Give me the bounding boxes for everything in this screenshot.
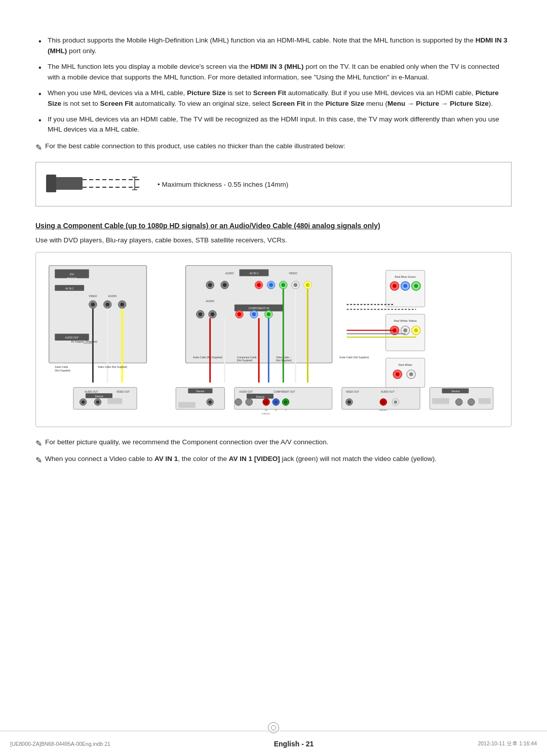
svg-text:(Not Supplied): (Not Supplied) bbox=[237, 360, 253, 362]
bullet-item-2: The MHL function lets you display a mobi… bbox=[35, 62, 512, 83]
bullet-item-4: If you use MHL devices via an HDMI cable… bbox=[35, 114, 512, 136]
connection-diagram: DVI AUDIO IN AV IN 2 VIDEO AUDIO bbox=[35, 252, 512, 427]
svg-point-46 bbox=[199, 313, 203, 317]
svg-point-60 bbox=[403, 284, 407, 288]
svg-rect-149 bbox=[432, 398, 449, 404]
svg-text:VIDEO: VIDEO bbox=[89, 295, 97, 298]
svg-point-151 bbox=[468, 399, 475, 405]
svg-point-37 bbox=[281, 283, 285, 287]
svg-text:AV IN 1: AV IN 1 bbox=[250, 272, 259, 275]
cable-thickness-box: • Maximum thickness - 0.55 inches (14mm) bbox=[35, 162, 512, 206]
svg-point-58 bbox=[393, 284, 397, 288]
svg-point-68 bbox=[403, 328, 407, 332]
svg-text:DVI: DVI bbox=[70, 273, 74, 276]
svg-point-62 bbox=[414, 284, 418, 288]
svg-text:Red  White: Red White bbox=[399, 364, 412, 367]
svg-text:Device: Device bbox=[196, 390, 204, 393]
svg-rect-152 bbox=[479, 398, 491, 404]
note-icon-2: ✎ bbox=[35, 454, 42, 467]
svg-text:Y: Y bbox=[285, 409, 287, 411]
svg-text:VIDEO: VIDEO bbox=[289, 272, 297, 275]
bottom-note-2: ✎ When you connect a Video cable to AV I… bbox=[35, 454, 512, 467]
svg-point-31 bbox=[223, 283, 227, 287]
svg-point-111 bbox=[96, 401, 100, 404]
svg-point-29 bbox=[208, 283, 212, 287]
svg-point-41 bbox=[306, 283, 310, 287]
svg-text:AUDIO: AUDIO bbox=[225, 272, 234, 275]
svg-text:AUDIO OUT: AUDIO OUT bbox=[381, 391, 395, 394]
svg-text:VIDEO OUT: VIDEO OUT bbox=[346, 391, 359, 394]
svg-text:Red  White  Yellow: Red White Yellow bbox=[394, 320, 417, 323]
svg-text:COMPONENT IN: COMPONENT IN bbox=[249, 307, 269, 310]
mhl-bullet-list: This product supports the Mobile High-De… bbox=[35, 35, 512, 135]
svg-text:Pr: Pr bbox=[275, 409, 278, 411]
svg-point-54 bbox=[267, 313, 271, 317]
svg-text:Audio Cable (Not Supplied): Audio Cable (Not Supplied) bbox=[193, 356, 223, 359]
svg-text:AV IN 2: AV IN 2 bbox=[65, 287, 74, 290]
svg-rect-116 bbox=[178, 402, 196, 408]
svg-text:Video Cable (Not Supplied): Video Cable (Not Supplied) bbox=[98, 366, 127, 368]
svg-point-16 bbox=[91, 303, 95, 307]
svg-text:VIDEO OUT: VIDEO OUT bbox=[116, 391, 130, 394]
svg-text:Component Cable: Component Cable bbox=[237, 356, 257, 359]
page-number: English - 21 bbox=[162, 740, 425, 748]
svg-point-35 bbox=[269, 283, 273, 287]
svg-text:COMPONENT OUT: COMPONENT OUT bbox=[274, 391, 295, 394]
svg-point-18 bbox=[105, 303, 109, 307]
svg-text:Audio Cable: Audio Cable bbox=[55, 366, 68, 368]
bullet-item-1: This product supports the Mobile High-De… bbox=[35, 35, 512, 57]
section-heading: Using a Component Cable (up to 1080p HD … bbox=[35, 221, 512, 231]
svg-point-124 bbox=[235, 399, 242, 405]
svg-text:Audio Cable (Not Supplied): Audio Cable (Not Supplied) bbox=[339, 356, 369, 359]
svg-point-76 bbox=[409, 372, 413, 376]
svg-point-109 bbox=[82, 401, 85, 404]
svg-point-142 bbox=[381, 401, 385, 404]
svg-text:(Not Supplied): (Not Supplied) bbox=[55, 369, 70, 372]
svg-text:R-AUDIO-L: R-AUDIO-L bbox=[379, 409, 387, 411]
svg-point-39 bbox=[294, 283, 298, 287]
note-icon: ✎ bbox=[35, 142, 42, 154]
svg-text:(Not Supplied): (Not Supplied) bbox=[276, 360, 292, 362]
svg-point-33 bbox=[257, 283, 261, 287]
svg-text:AUDIO OUT: AUDIO OUT bbox=[85, 391, 98, 394]
cable-note: ✎ For the best cable connection to this … bbox=[35, 141, 512, 154]
svg-rect-7 bbox=[49, 266, 147, 363]
svg-point-127 bbox=[264, 401, 268, 404]
cable-spec-text: • Maximum thickness - 0.55 inches (14mm) bbox=[158, 181, 288, 188]
svg-point-50 bbox=[238, 313, 242, 317]
svg-text:Device: Device bbox=[95, 395, 103, 398]
svg-text:Red  Blue  Green: Red Blue Green bbox=[395, 275, 416, 278]
svg-point-140 bbox=[347, 401, 351, 404]
svg-text:AUDIO: AUDIO bbox=[206, 300, 214, 303]
svg-text:Pb: Pb bbox=[265, 409, 268, 411]
svg-point-144 bbox=[394, 401, 398, 404]
svg-text:AV Adapter (Supplied): AV Adapter (Supplied) bbox=[71, 340, 97, 343]
svg-rect-1 bbox=[46, 175, 56, 192]
svg-point-52 bbox=[252, 313, 256, 317]
svg-point-20 bbox=[120, 303, 124, 307]
svg-text:AUDIO OUT: AUDIO OUT bbox=[65, 337, 79, 340]
bottom-note-1: ✎ For better picture quality, we recomme… bbox=[35, 437, 512, 450]
svg-text:R-AUDIO-L: R-AUDIO-L bbox=[262, 413, 270, 415]
cable-illustration bbox=[46, 170, 147, 199]
svg-point-70 bbox=[414, 328, 418, 332]
page-footer: [UE8000-ZA]BN68-04495A-00Eng.indb 21 Eng… bbox=[0, 731, 547, 756]
svg-text:Device: Device bbox=[451, 390, 459, 393]
svg-point-48 bbox=[211, 313, 215, 317]
svg-text:Video Cable ←: Video Cable ← bbox=[276, 356, 292, 359]
svg-text:Device: Device bbox=[256, 395, 264, 398]
svg-rect-112 bbox=[107, 398, 122, 404]
note-icon-1: ✎ bbox=[35, 438, 42, 450]
svg-point-150 bbox=[456, 399, 462, 405]
svg-point-131 bbox=[284, 401, 288, 404]
svg-point-74 bbox=[396, 372, 400, 376]
footer-timestamp: 2012-10-11 오후 1:16:44 bbox=[425, 740, 537, 747]
svg-text:AUDIO IN: AUDIO IN bbox=[67, 277, 76, 279]
svg-rect-71 bbox=[386, 358, 425, 388]
svg-point-129 bbox=[274, 401, 278, 404]
svg-point-118 bbox=[208, 401, 212, 404]
bullet-item-3: When you use MHL devices via a MHL cable… bbox=[35, 88, 512, 109]
use-with-text: Use with DVD players, Blu-ray players, c… bbox=[35, 236, 512, 244]
svg-text:AUDIO: AUDIO bbox=[108, 295, 117, 298]
footer-file-info: [UE8000-ZA]BN68-04495A-00Eng.indb 21 bbox=[10, 741, 162, 747]
